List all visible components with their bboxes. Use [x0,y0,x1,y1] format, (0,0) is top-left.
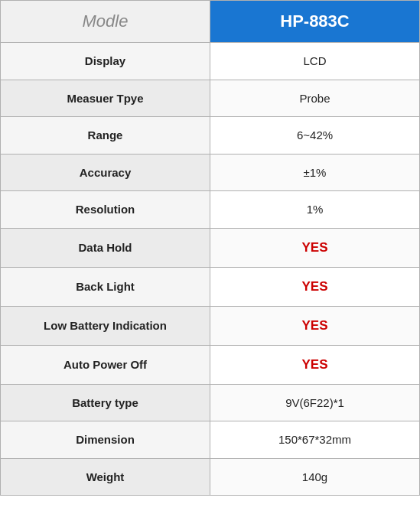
table-row: Battery type9V(6F22)*1 [1,384,420,421]
table-row: Range6~42% [1,117,420,155]
table-row: Dimension150*67*32mm [1,421,420,459]
row-value: 9V(6F22)*1 [210,384,420,421]
row-value: YES [210,228,420,267]
spec-table: Modle HP-883C DisplayLCDMeasuer TpyeProb… [0,0,420,496]
row-label: Display [1,43,210,80]
table-row: Data HoldYES [1,228,420,267]
model-header-label: Modle [1,1,210,43]
spec-table-container: Modle HP-883C DisplayLCDMeasuer TpyeProb… [0,0,420,496]
row-label: Dimension [1,421,210,459]
row-value: YES [210,306,420,345]
table-row: Resolution1% [1,191,420,229]
row-value: YES [210,267,420,306]
row-label: Auto Power Off [1,345,210,384]
row-label: Measuer Tpye [1,80,210,117]
row-value: 150*67*32mm [210,421,420,459]
row-label: Range [1,117,210,155]
row-value: LCD [210,43,420,80]
row-label: Accuracy [1,154,210,191]
row-value: YES [210,345,420,384]
table-row: DisplayLCD [1,43,420,80]
model-header-value: HP-883C [210,1,420,43]
row-label: Battery type [1,384,210,421]
row-value: 6~42% [210,117,420,155]
row-label: Data Hold [1,228,210,267]
row-label: Resolution [1,191,210,229]
row-label: Back Light [1,267,210,306]
row-value: Probe [210,80,420,117]
row-label: Weight [1,458,210,496]
row-label: Low Battery Indication [1,306,210,345]
table-row: Weight140g [1,458,420,496]
row-value: 1% [210,191,420,229]
table-row: Auto Power OffYES [1,345,420,384]
row-value: ±1% [210,154,420,191]
table-row: Back LightYES [1,267,420,306]
table-row: Measuer TpyeProbe [1,80,420,117]
table-row: Low Battery IndicationYES [1,306,420,345]
row-value: 140g [210,458,420,496]
table-row: Accuracy±1% [1,154,420,191]
